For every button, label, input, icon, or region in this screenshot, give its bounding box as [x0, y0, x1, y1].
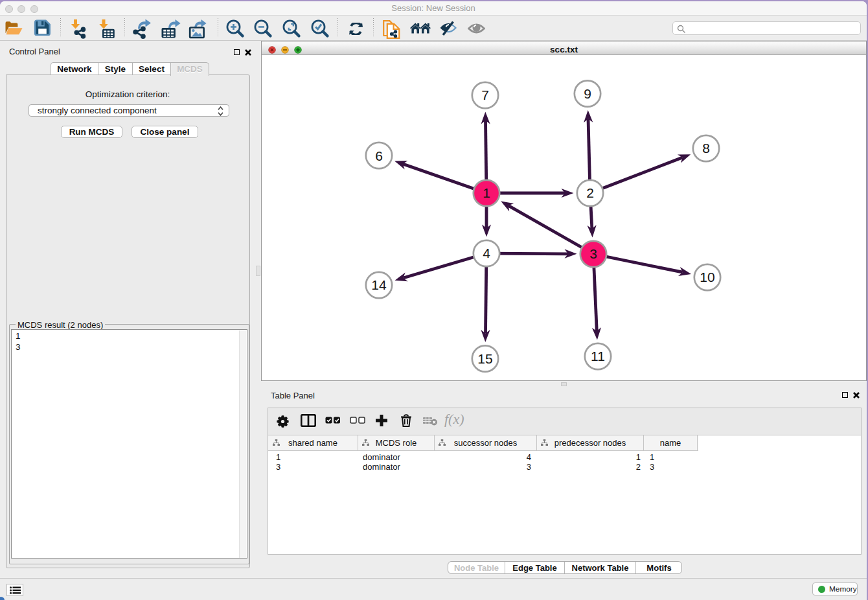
svg-text:2: 2: [586, 185, 594, 200]
svg-text:7: 7: [481, 87, 489, 102]
svg-text:3: 3: [589, 246, 597, 261]
svg-text:11: 11: [591, 349, 605, 363]
svg-text:9: 9: [584, 86, 591, 101]
svg-text:1: 1: [483, 185, 490, 200]
svg-text:14: 14: [371, 277, 387, 292]
svg-text:10: 10: [700, 270, 714, 284]
svg-text:8: 8: [702, 141, 710, 156]
svg-text:15: 15: [477, 351, 492, 366]
svg-text:6: 6: [375, 148, 383, 163]
svg-text:4: 4: [483, 246, 490, 260]
